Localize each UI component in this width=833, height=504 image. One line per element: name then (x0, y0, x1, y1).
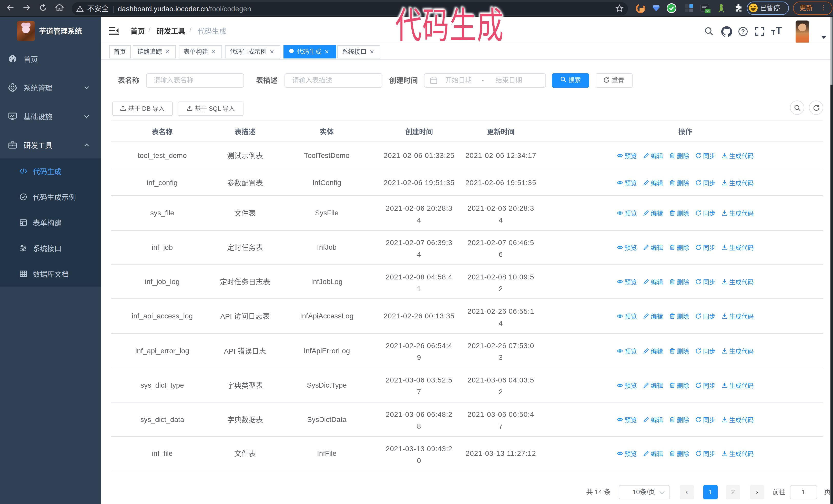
svg-text:on: on (706, 9, 710, 13)
svg-text:?: ? (741, 28, 744, 35)
